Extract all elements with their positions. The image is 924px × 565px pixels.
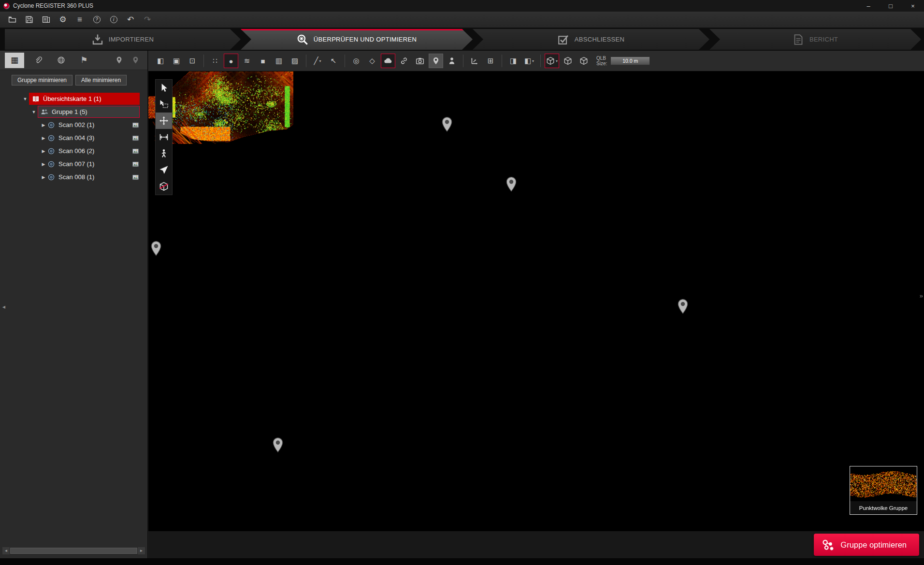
thumbnail-panel[interactable]: Punktwolke Gruppe bbox=[850, 466, 917, 515]
scan-position-marker[interactable] bbox=[441, 117, 453, 132]
sidebar-collapse-handle[interactable]: ◄ bbox=[1, 304, 6, 310]
expand-icon[interactable]: ▼ bbox=[21, 97, 29, 101]
finish-check-icon bbox=[558, 34, 569, 45]
copy-view-icon[interactable]: ◧ bbox=[153, 54, 168, 68]
scan-position-marker[interactable] bbox=[677, 299, 689, 314]
cube-rotate-icon[interactable] bbox=[561, 54, 575, 68]
viewport-layout-icon[interactable]: ▣ bbox=[169, 54, 184, 68]
open-project-icon[interactable] bbox=[6, 14, 18, 26]
expand-icon[interactable]: ▼ bbox=[30, 110, 38, 114]
image-view-icon[interactable]: ▨ bbox=[288, 54, 302, 68]
link-icon[interactable] bbox=[397, 54, 411, 68]
optimize-group-button[interactable]: Gruppe optimieren bbox=[814, 534, 919, 556]
grid-table-icon[interactable]: ⊞ bbox=[483, 54, 498, 68]
main-toolbar: ⚙ ≡ ? i ↶ ↷ bbox=[0, 12, 924, 28]
pointer-tool-icon[interactable] bbox=[156, 80, 172, 96]
maximize-button[interactable]: □ bbox=[880, 0, 902, 12]
sitemap-selected-row[interactable]: Übersichtskarte 1 (1) bbox=[29, 93, 140, 105]
camera-icon[interactable] bbox=[413, 54, 427, 68]
pin-toggle-off-icon[interactable] bbox=[128, 53, 143, 68]
save-project-icon[interactable] bbox=[23, 14, 35, 26]
pin-toggle-icon[interactable] bbox=[112, 53, 126, 68]
qlb-size-slider[interactable]: 10.0 m bbox=[610, 56, 650, 65]
select-tool-icon[interactable] bbox=[156, 96, 172, 113]
settings-gear-icon[interactable]: ⚙ bbox=[57, 14, 69, 26]
tree-item-scan[interactable]: ▶ Scan 007 (1) bbox=[0, 157, 147, 170]
geotag-pin-icon[interactable] bbox=[429, 54, 443, 68]
tab-bericht[interactable]: BERICHT bbox=[709, 29, 921, 50]
image-icon[interactable] bbox=[131, 122, 140, 128]
measure-tool-icon[interactable]: ╱▾ bbox=[310, 54, 325, 68]
label-tag-icon[interactable]: ◇ bbox=[365, 54, 379, 68]
cloud-icon[interactable] bbox=[381, 54, 395, 68]
scan-position-marker[interactable] bbox=[272, 437, 284, 452]
tree-item-scan[interactable]: ▶ Scan 002 (1) bbox=[0, 118, 147, 131]
image-icon[interactable] bbox=[131, 148, 140, 155]
bubble-view-icon[interactable]: ● bbox=[224, 54, 238, 68]
right-panel-collapse-handle[interactable]: » bbox=[920, 292, 923, 299]
sidebar-tab-structure[interactable]: ▦ bbox=[5, 53, 24, 68]
project-library-icon[interactable] bbox=[40, 14, 52, 26]
tab-abschliessen[interactable]: ABSCHLIESSEN bbox=[473, 29, 709, 50]
close-button[interactable]: × bbox=[902, 0, 924, 12]
help-icon[interactable]: ? bbox=[90, 14, 103, 26]
group-selected-row[interactable]: Gruppe 1 (5) bbox=[38, 106, 140, 118]
panorama-view-icon[interactable]: ▥ bbox=[272, 54, 286, 68]
cube-view-icon[interactable]: ▾ bbox=[545, 54, 559, 68]
point-view-icon[interactable]: ∷ bbox=[208, 54, 222, 68]
application-window: Cyclone REGISTER 360 PLUS – □ × ⚙ ≡ ? i … bbox=[0, 0, 924, 565]
redo-icon[interactable]: ↷ bbox=[141, 14, 154, 26]
tab-importieren[interactable]: IMPORTIEREN bbox=[5, 29, 241, 50]
collapse-group-button[interactable]: Gruppe minimieren bbox=[12, 75, 72, 85]
group-thumbnail-image[interactable] bbox=[850, 466, 917, 501]
target-icon[interactable]: ◎ bbox=[349, 54, 363, 68]
apply-view-icon[interactable]: ◧▾ bbox=[522, 54, 536, 68]
dropdown-arrow-icon[interactable]: ▾ bbox=[532, 59, 534, 63]
scrollbar-thumb[interactable] bbox=[10, 548, 137, 554]
measure-distance-tool-icon[interactable] bbox=[156, 129, 172, 145]
scan-position-marker[interactable] bbox=[150, 241, 162, 256]
expand-icon[interactable]: ▶ bbox=[40, 162, 47, 167]
collapse-all-button[interactable]: Alle minimieren bbox=[75, 75, 127, 85]
tab-ueberpruefen-und-optimieren[interactable]: ÜBERPRÜFEN UND OPTIMIEREN bbox=[241, 29, 473, 50]
move-axes-icon[interactable] bbox=[467, 54, 482, 68]
image-icon[interactable] bbox=[131, 135, 140, 141]
tree-item-sitemap[interactable]: ▼ Übersichtskarte 1 (1) bbox=[0, 92, 147, 105]
image-icon[interactable] bbox=[131, 161, 140, 168]
sidebar-horizontal-scrollbar[interactable]: ◄ ► bbox=[2, 547, 145, 554]
grayscale-view-icon[interactable]: ■ bbox=[256, 54, 270, 68]
tree-item-scan[interactable]: ▶ Scan 008 (1) bbox=[0, 170, 147, 184]
expand-icon[interactable]: ▶ bbox=[40, 149, 47, 154]
pick-tool-icon[interactable]: ↖ bbox=[326, 54, 341, 68]
contour-view-icon[interactable]: ≋ bbox=[240, 54, 254, 68]
minimize-button[interactable]: – bbox=[857, 0, 880, 12]
expand-icon[interactable]: ▶ bbox=[40, 175, 47, 180]
sidebar-tab-map[interactable] bbox=[51, 53, 71, 68]
person-view-tool-icon[interactable] bbox=[156, 145, 172, 162]
pan-tool-icon[interactable] bbox=[156, 113, 172, 129]
sidebar-tab-flags[interactable]: ⚑ bbox=[74, 53, 94, 68]
tree-item-group[interactable]: ▼ Gruppe 1 (5) bbox=[0, 105, 147, 118]
tree-item-scan[interactable]: ▶ Scan 006 (2) bbox=[0, 144, 147, 157]
tab-label: IMPORTIEREN bbox=[109, 36, 154, 43]
scroll-right-arrow[interactable]: ► bbox=[138, 547, 145, 554]
info-icon[interactable]: i bbox=[107, 14, 120, 26]
dropdown-arrow-icon[interactable]: ▾ bbox=[319, 59, 321, 63]
dropdown-arrow-icon[interactable]: ▾ bbox=[556, 59, 558, 63]
fly-tool-icon[interactable] bbox=[156, 162, 172, 178]
zoom-region-icon[interactable]: ⊡ bbox=[185, 54, 200, 68]
split-view-icon[interactable]: ◨ bbox=[506, 54, 520, 68]
sidebar-tab-attachments[interactable] bbox=[28, 53, 47, 68]
expand-icon[interactable]: ▶ bbox=[40, 123, 47, 127]
tree-item-scan[interactable]: ▶ Scan 004 (3) bbox=[0, 131, 147, 144]
slice-tool-icon[interactable] bbox=[156, 178, 172, 195]
scan-position-marker[interactable] bbox=[505, 177, 517, 192]
undo-icon[interactable]: ↶ bbox=[124, 14, 137, 26]
user-share-icon[interactable] bbox=[445, 54, 459, 68]
log-list-icon[interactable]: ≡ bbox=[73, 14, 86, 26]
expand-icon[interactable]: ▶ bbox=[40, 136, 47, 141]
qlb-size-labels: QLB Size: bbox=[596, 56, 607, 66]
cube-axis-icon[interactable] bbox=[577, 54, 591, 68]
scroll-left-arrow[interactable]: ◄ bbox=[2, 547, 10, 554]
image-icon[interactable] bbox=[131, 174, 140, 181]
